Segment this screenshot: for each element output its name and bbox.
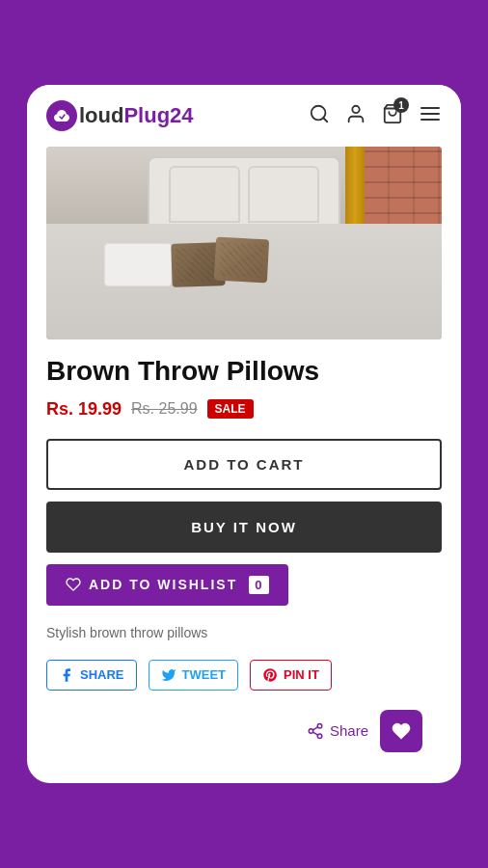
add-to-cart-button[interactable]: ADD TO CART — [46, 439, 442, 490]
twitter-icon — [161, 667, 176, 683]
price-original: Rs. 25.99 — [131, 400, 197, 418]
sale-badge: SALE — [207, 399, 254, 419]
heart-fab-icon — [392, 721, 411, 741]
buy-now-button[interactable]: BUY IT NOW — [46, 502, 442, 553]
search-icon[interactable] — [309, 103, 330, 128]
product-image — [46, 147, 442, 339]
cart-badge: 1 — [393, 97, 409, 113]
pinterest-icon — [262, 667, 278, 683]
wishlist-fab-button[interactable] — [380, 710, 422, 752]
pinterest-label: PIN IT — [284, 667, 319, 682]
product-card: loudPlug24 1 — [27, 85, 461, 783]
pillow-white — [104, 243, 172, 286]
svg-point-2 — [352, 106, 359, 113]
product-title: Brown Throw Pillows — [46, 355, 442, 388]
bed-headboard — [148, 156, 340, 233]
share-twitter-button[interactable]: TWEET — [149, 660, 239, 691]
share-pinterest-button[interactable]: PIN IT — [250, 660, 332, 691]
svg-line-1 — [323, 118, 327, 122]
share-facebook-button[interactable]: SHARE — [46, 660, 137, 691]
bed-scene — [46, 147, 442, 339]
price-row: Rs. 19.99 Rs. 25.99 SALE — [46, 399, 442, 420]
product-description: Stylish brown throw pillows — [46, 625, 442, 640]
heart-icon — [66, 577, 81, 592]
pillow-brown-right — [214, 237, 269, 284]
share-text[interactable]: Share — [307, 722, 368, 740]
header: loudPlug24 1 — [27, 85, 461, 147]
svg-line-11 — [312, 727, 317, 730]
logo-text: loud — [79, 103, 123, 128]
add-to-wishlist-button[interactable]: ADD TO WISHLIST 0 — [46, 564, 288, 606]
price-current: Rs. 19.99 — [46, 399, 122, 420]
facebook-label: SHARE — [80, 667, 124, 682]
user-icon[interactable] — [345, 103, 366, 128]
social-share: SHARE TWEET PIN IT — [46, 660, 442, 691]
share-icon — [307, 722, 324, 740]
logo-plug: Plug24 — [123, 103, 193, 128]
wishlist-label: ADD TO WISHLIST — [89, 577, 237, 592]
logo-icon — [46, 100, 77, 131]
bottom-row: Share — [46, 710, 442, 752]
cart-icon[interactable]: 1 — [382, 103, 403, 128]
facebook-icon — [59, 667, 74, 683]
product-image-container — [27, 147, 461, 339]
header-icons: 1 — [309, 102, 442, 129]
wishlist-count: 0 — [249, 576, 269, 594]
share-label: Share — [330, 722, 368, 739]
twitter-label: TWEET — [182, 667, 227, 682]
menu-icon[interactable] — [419, 102, 442, 129]
product-info: Brown Throw Pillows Rs. 19.99 Rs. 25.99 … — [27, 355, 461, 752]
svg-line-10 — [312, 732, 317, 735]
logo[interactable]: loudPlug24 — [46, 100, 194, 131]
